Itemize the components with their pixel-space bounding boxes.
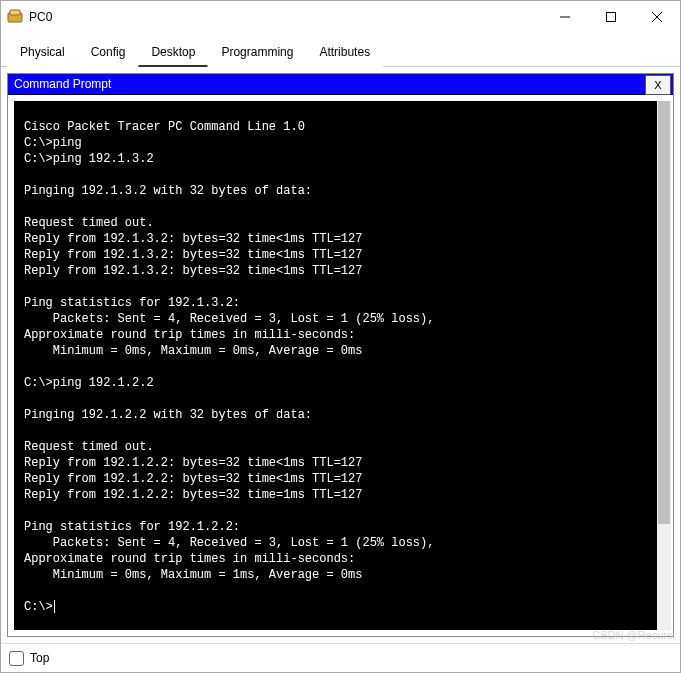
- scrollbar-track[interactable]: [657, 101, 671, 630]
- footer: Top: [1, 643, 680, 672]
- command-prompt-title-text: Command Prompt: [14, 77, 111, 91]
- terminal-scrollbar[interactable]: [657, 101, 671, 630]
- command-prompt-panel: Command Prompt X Cisco Packet Tracer PC …: [7, 73, 674, 637]
- command-prompt-title[interactable]: Command Prompt X: [8, 74, 673, 95]
- window-controls: [542, 1, 680, 33]
- svg-rect-1: [10, 10, 20, 15]
- tab-programming[interactable]: Programming: [208, 40, 306, 67]
- tab-attributes[interactable]: Attributes: [306, 40, 383, 67]
- svg-rect-3: [607, 13, 616, 22]
- tab-desktop[interactable]: Desktop: [138, 40, 208, 67]
- titlebar[interactable]: PC0: [1, 1, 680, 33]
- maximize-button[interactable]: [588, 1, 634, 33]
- content-area: Command Prompt X Cisco Packet Tracer PC …: [1, 67, 680, 643]
- minimize-button[interactable]: [542, 1, 588, 33]
- tab-physical[interactable]: Physical: [7, 40, 78, 67]
- tabstrip: Physical Config Desktop Programming Attr…: [1, 33, 680, 67]
- window-title: PC0: [29, 10, 52, 24]
- app-icon: [7, 9, 23, 25]
- tab-config[interactable]: Config: [78, 40, 139, 67]
- command-prompt-close-button[interactable]: X: [645, 75, 671, 95]
- scrollbar-thumb[interactable]: [658, 101, 670, 524]
- top-label: Top: [30, 651, 49, 665]
- top-checkbox[interactable]: [9, 651, 24, 666]
- close-button[interactable]: [634, 1, 680, 33]
- terminal-wrap: Cisco Packet Tracer PC Command Line 1.0 …: [8, 95, 673, 636]
- app-window: PC0 Physical Config Desktop Programming …: [0, 0, 681, 673]
- terminal[interactable]: Cisco Packet Tracer PC Command Line 1.0 …: [14, 101, 657, 630]
